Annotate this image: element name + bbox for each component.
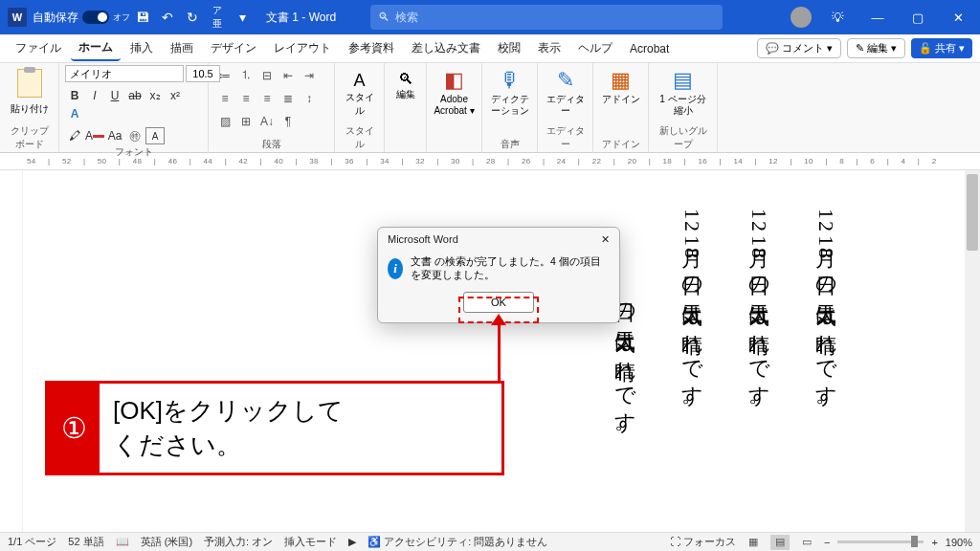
editor-icon[interactable]: ✎ bbox=[544, 67, 587, 94]
addin-icon[interactable]: ▦ bbox=[599, 67, 642, 94]
bold-button[interactable]: B bbox=[65, 87, 84, 104]
print-layout-button[interactable]: ▤ bbox=[770, 535, 790, 550]
sort-button[interactable]: A↓ bbox=[256, 111, 278, 131]
line-spacing-button[interactable]: ↕ bbox=[299, 88, 320, 108]
font-color-button[interactable]: A bbox=[85, 127, 104, 144]
tab-home[interactable]: ホーム bbox=[71, 35, 121, 61]
document-area: 12月18日の天気は晴れです。 12月18日の天気は晴れです。 12月18日の天… bbox=[0, 170, 980, 532]
document-page[interactable]: 12月18日の天気は晴れです。 12月18日の天気は晴れです。 12月18日の天… bbox=[23, 170, 980, 532]
font-group: B I U ab x₂ x² A 🖍 A Aa ㊕ A フォント bbox=[59, 63, 209, 152]
web-layout-button[interactable]: ▭ bbox=[797, 535, 816, 550]
word-count[interactable]: 52 単語 bbox=[68, 535, 103, 549]
shading-button[interactable]: ▨ bbox=[214, 111, 235, 131]
search-icon: 🔍︎ bbox=[378, 11, 390, 24]
qat-dropdown-icon[interactable]: ▾ bbox=[230, 5, 255, 30]
insert-mode[interactable]: 挿入モード bbox=[284, 535, 337, 549]
zoom-slider[interactable] bbox=[837, 540, 924, 543]
editor-button[interactable]: エディター bbox=[544, 94, 587, 117]
tab-design[interactable]: デザイン bbox=[203, 36, 264, 60]
tab-file[interactable]: ファイル bbox=[8, 36, 69, 60]
autosave-toggle[interactable]: 自動保存 オフ bbox=[33, 10, 130, 26]
multilevel-button[interactable]: ⊟ bbox=[256, 65, 278, 85]
vertical-ruler[interactable] bbox=[0, 170, 23, 532]
tab-layout[interactable]: レイアウト bbox=[266, 36, 339, 60]
zoom-in-button[interactable]: + bbox=[931, 537, 937, 548]
tab-acrobat[interactable]: Acrobat bbox=[622, 38, 677, 59]
subscript-button[interactable]: x₂ bbox=[145, 87, 165, 104]
align-center-button[interactable]: ≡ bbox=[235, 88, 256, 108]
align-left-button[interactable]: ≡ bbox=[214, 88, 235, 108]
enclose-button[interactable]: ㊕ bbox=[125, 127, 145, 144]
dialog-close-button[interactable]: ✕ bbox=[601, 233, 610, 246]
styles-icon[interactable]: A bbox=[341, 71, 378, 91]
mic-icon[interactable]: 🎙 bbox=[488, 67, 531, 94]
close-button[interactable]: ✕ bbox=[944, 11, 972, 25]
tab-review[interactable]: 校閲 bbox=[490, 36, 528, 60]
scrollbar-thumb[interactable] bbox=[967, 174, 978, 251]
dialog-title: Microsoft Word bbox=[388, 233, 458, 246]
tab-insert[interactable]: 挿入 bbox=[122, 36, 161, 60]
focus-mode-button[interactable]: ⛶ フォーカス bbox=[670, 535, 736, 549]
predict-status[interactable]: 予測入力: オン bbox=[204, 535, 273, 549]
paste-icon[interactable] bbox=[17, 69, 42, 98]
user-avatar[interactable] bbox=[791, 7, 812, 28]
shrink-page-icon[interactable]: ▤ bbox=[655, 67, 711, 94]
vertical-scrollbar[interactable] bbox=[965, 170, 980, 532]
undo-icon[interactable]: ↶ bbox=[155, 5, 180, 30]
numbering-button[interactable]: ⒈ bbox=[235, 65, 256, 85]
font-name-input[interactable] bbox=[65, 65, 184, 82]
spellcheck-status-icon[interactable]: 📖 bbox=[116, 536, 129, 548]
tab-mailings[interactable]: 差し込み文書 bbox=[404, 36, 488, 60]
search-box[interactable]: 🔍︎ 検索 bbox=[370, 5, 723, 30]
char-border-button[interactable]: A bbox=[145, 127, 165, 144]
justify-button[interactable]: ≣ bbox=[278, 88, 299, 108]
zoom-level[interactable]: 190% bbox=[946, 537, 972, 548]
zoom-out-button[interactable]: − bbox=[824, 537, 830, 548]
read-mode-button[interactable]: ▦ bbox=[744, 535, 763, 550]
adobe-icon[interactable]: ◧ bbox=[433, 67, 476, 94]
italic-button[interactable]: I bbox=[85, 87, 104, 104]
ok-button[interactable]: OK bbox=[463, 292, 534, 313]
save-icon[interactable]: 💾︎ bbox=[130, 5, 155, 30]
accessibility-status[interactable]: ♿ アクセシビリティ: 問題ありません bbox=[368, 535, 547, 549]
bullets-button[interactable]: ≔ bbox=[214, 65, 235, 85]
editing-mode-button[interactable]: ✎ 編集 ▾ bbox=[847, 38, 905, 58]
tab-view[interactable]: 表示 bbox=[530, 36, 568, 60]
page-count[interactable]: 1/1 ページ bbox=[8, 535, 56, 549]
help-icon[interactable]: 💡︎ bbox=[823, 11, 852, 25]
adobe-button[interactable]: AdobeAcrobat ▾ bbox=[433, 94, 476, 117]
increase-indent-button[interactable]: ⇥ bbox=[299, 65, 320, 85]
addin-button[interactable]: アドイン bbox=[599, 94, 642, 105]
highlight-button[interactable]: 🖍 bbox=[65, 127, 84, 144]
char-shading-button[interactable]: Aa bbox=[105, 127, 124, 144]
dictate-button[interactable]: ディクテーション bbox=[488, 94, 531, 117]
styles-button[interactable]: スタイル bbox=[341, 91, 378, 118]
minimize-button[interactable]: — bbox=[863, 11, 892, 25]
spellcheck-icon[interactable]: ア亜 bbox=[205, 5, 230, 30]
strikethrough-button[interactable]: ab bbox=[125, 87, 145, 104]
tab-draw[interactable]: 描画 bbox=[163, 36, 201, 60]
maximize-button[interactable]: ▢ bbox=[903, 11, 932, 25]
edit-button[interactable]: 編集 bbox=[390, 88, 420, 101]
borders-button[interactable]: ⊞ bbox=[235, 111, 256, 131]
find-icon[interactable]: 🔍︎ bbox=[390, 71, 420, 88]
title-bar: W 自動保存 オフ 💾︎ ↶ ↻ ア亜 ▾ 文書 1 - Word 🔍︎ 検索 … bbox=[0, 0, 980, 34]
underline-button[interactable]: U bbox=[105, 87, 124, 104]
word-app-icon: W bbox=[8, 8, 27, 27]
comments-button[interactable]: 💬 コメント ▾ bbox=[757, 38, 841, 58]
decrease-indent-button[interactable]: ⇤ bbox=[278, 65, 299, 85]
paste-button[interactable]: 貼り付け bbox=[11, 102, 49, 116]
text-effects-button[interactable]: A bbox=[65, 105, 84, 122]
styles-group: A スタイル スタイル bbox=[335, 63, 385, 152]
superscript-button[interactable]: x² bbox=[166, 87, 185, 104]
align-right-button[interactable]: ≡ bbox=[256, 88, 278, 108]
macro-icon[interactable]: ▶ bbox=[348, 536, 356, 548]
redo-icon[interactable]: ↻ bbox=[180, 5, 205, 30]
share-button[interactable]: 🔓 共有 ▾ bbox=[911, 38, 972, 58]
tab-references[interactable]: 参考資料 bbox=[341, 36, 402, 60]
shrink-page-button[interactable]: 1 ページ分縮小 bbox=[655, 94, 711, 117]
toggle-switch-icon[interactable] bbox=[82, 11, 109, 24]
language-status[interactable]: 英語 (米国) bbox=[141, 535, 192, 549]
tab-help[interactable]: ヘルプ bbox=[570, 36, 620, 60]
show-marks-button[interactable]: ¶ bbox=[278, 111, 299, 131]
